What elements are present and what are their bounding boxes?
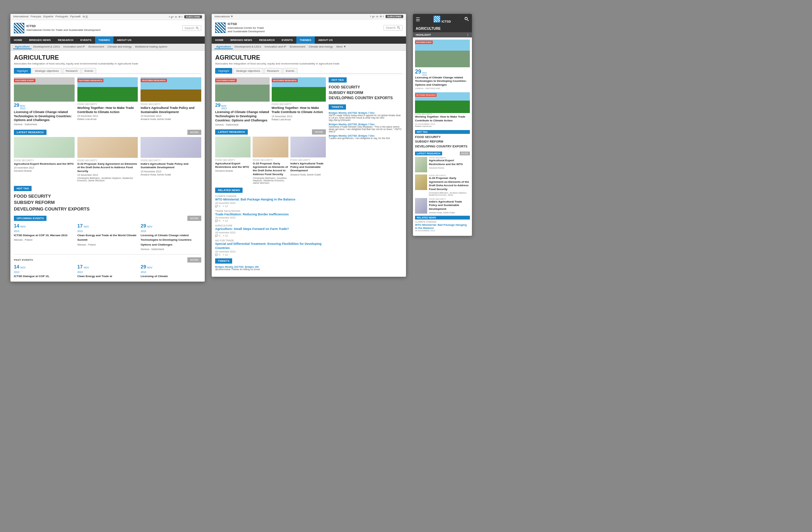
search-box[interactable]: Search <box>182 25 201 31</box>
lang-es[interactable]: Español <box>43 15 53 19</box>
med-tab-highlight[interactable]: Highlight <box>215 68 232 74</box>
med-tab-strategic[interactable]: Strategic objectives <box>233 68 263 74</box>
research-title-2[interactable]: G-33 Proposal: Early Agreement on Elemen… <box>77 162 138 173</box>
lang-ru[interactable]: Русский <box>70 15 81 19</box>
mobile-rn-title-1[interactable]: WTO Ministerial: Bali Package Hanging in… <box>415 223 470 230</box>
latest-research-more[interactable]: MORE <box>187 130 201 135</box>
subnav-innovation[interactable]: Innovation and IP <box>62 45 87 49</box>
med-googleplus-icon[interactable]: g+ <box>372 15 375 18</box>
medium-search-box[interactable]: Search <box>383 25 403 31</box>
nav-events[interactable]: EVENTS <box>77 36 95 44</box>
nav-home[interactable]: HOME <box>10 36 26 44</box>
med-subnav-innovation[interactable]: Innovation and IP <box>263 45 288 49</box>
event-title-2[interactable]: Clean Energy and Trade at the World Clim… <box>77 234 137 241</box>
nav-about[interactable]: ABOUT US <box>113 36 135 44</box>
med-subnav-environment[interactable]: Environment <box>288 45 307 49</box>
mobile-lr-title-3[interactable]: India's Agricultural Trade Policy and Su… <box>429 200 470 211</box>
med-tag-2[interactable]: SUBSIDY REFORM <box>329 90 403 95</box>
twitter-icon[interactable]: t <box>182 15 183 18</box>
past-events-more[interactable]: MORE <box>187 257 201 263</box>
subnav-multilateral[interactable]: Multilateral trading system <box>133 45 169 49</box>
mobile-lr-title-1[interactable]: Agricultural Export Restrictions and the… <box>429 159 470 166</box>
lang-intl[interactable]: International <box>13 15 28 19</box>
med-tweet-s-handle-3[interactable]: Bridges Weekly @ICTSD_Bridges 7 Dec <box>329 135 374 137</box>
lang-pt[interactable]: Português <box>56 15 68 19</box>
upcoming-more[interactable]: MORE <box>187 216 201 221</box>
med-twitter-icon[interactable]: t <box>383 15 384 18</box>
event-title-3[interactable]: Licensing of Climate Change related Tech… <box>141 234 192 246</box>
intl-dropdown[interactable]: International ▼ <box>214 15 233 18</box>
research-title-3[interactable]: India's Agricultural Trade Policy and Su… <box>141 162 201 170</box>
med-res-title-3[interactable]: India's Agricultural Trade Policy and Su… <box>290 162 326 173</box>
med-tag-1[interactable]: FOOD SECURITY <box>329 85 403 90</box>
card-title-2[interactable]: Working Together: How to Make Trade Cont… <box>77 106 138 114</box>
past-event-title-3[interactable]: Licensing of Climate <box>141 275 168 278</box>
past-event-title-2[interactable]: Clean Energy and Trade at <box>77 275 112 278</box>
med-nav-home[interactable]: HOME <box>212 36 227 44</box>
subnav-development[interactable]: Development & LDCs <box>32 45 62 49</box>
med-tab-events[interactable]: Events <box>283 68 297 74</box>
med-news-title-3[interactable]: Agriculture: Small Steps Forward on Farm… <box>215 227 326 231</box>
tab-strategic[interactable]: Strategic objectives <box>32 68 62 74</box>
mobile-tag-2[interactable]: SUBSIDY REFORM <box>415 139 470 144</box>
event-title-1[interactable]: ICTSD Dialogue at COP 19, Warsaw 2013 <box>14 234 67 237</box>
med-nav-about[interactable]: ABOUT US <box>315 36 336 44</box>
med-subnav-development[interactable]: Development & LDCs <box>233 45 263 49</box>
nav-research[interactable]: RESEARCH <box>54 36 77 44</box>
med-title-2[interactable]: Working Together: How to Make Trade Cont… <box>272 106 326 114</box>
med-tweet-s-handle-2[interactable]: Bridges Weekly @ICTSD_Bridges 7 Dec <box>329 123 374 126</box>
subnav-environment[interactable]: Environment <box>87 45 106 49</box>
med-lr-more[interactable]: MORE <box>312 129 326 135</box>
med-news-title-4[interactable]: Special and Differential Treatment: Ensu… <box>215 242 326 250</box>
hamburger-icon[interactable]: ☰ <box>416 17 420 22</box>
nav-themes[interactable]: THEMES <box>95 36 113 44</box>
subnav-agriculture[interactable]: Agriculture <box>13 45 32 49</box>
card-title-3[interactable]: India's Agricultural Trade Policy and Su… <box>141 106 201 114</box>
tab-research[interactable]: Research <box>63 68 81 74</box>
med-subscribe-button[interactable]: SUBSCRIBE <box>386 15 403 18</box>
mobile-search-icon[interactable] <box>464 17 469 23</box>
med-news-title-2[interactable]: Trade Facilitation: Reducing Border Inef… <box>215 213 326 217</box>
subnav-climate[interactable]: Climate and energy <box>106 45 133 49</box>
med-subnav-climate[interactable]: Climate and energy <box>307 45 335 49</box>
med-tweet-s-handle-1[interactable]: Bridges Weekly @ICTSD_Bridges 7 Dec <box>329 112 374 114</box>
mobile-tag-3[interactable]: DEVELOPING COUNTRY EXPORTS <box>415 144 470 149</box>
mobile-tag-1[interactable]: FOOD SECURITY <box>415 135 470 140</box>
research-title-1[interactable]: Agricultural Export Restrictions and the… <box>14 162 75 166</box>
hot-tag-2[interactable]: SUBSIDY REFORM <box>14 199 201 206</box>
mobile-res-title-1[interactable]: Working Together: How to Make Trade Cont… <box>415 115 470 122</box>
hot-tag-1[interactable]: FOOD SECURITY <box>14 193 201 199</box>
med-subnav-agriculture[interactable]: Agriculture <box>214 45 233 49</box>
mobile-lr-more[interactable]: MORE <box>460 152 470 155</box>
mobile-highlight-dots[interactable]: ⋮ <box>466 33 469 36</box>
med-nav-events[interactable]: EVENTS <box>278 36 296 44</box>
med-tag-3[interactable]: DEVELOPING COUNTRY EXPORTS <box>329 95 403 101</box>
med-nav-themes[interactable]: THEMES <box>296 36 315 44</box>
med-nav-bridges[interactable]: BRIDGES NEWS <box>227 36 256 44</box>
tab-highlight[interactable]: Highlight <box>14 68 31 74</box>
med-res-title-1[interactable]: Agricultural Export Restrictions and the… <box>215 162 251 169</box>
lang-zh[interactable]: 中文 <box>83 15 88 19</box>
facebook-icon[interactable]: f <box>169 15 170 18</box>
hot-tag-3[interactable]: DEVELOPING COUNTRY EXPORTS <box>14 206 201 212</box>
nav-bridges[interactable]: BRIDGES NEWS <box>26 36 54 44</box>
lang-fr[interactable]: Français <box>31 15 41 19</box>
med-tab-research[interactable]: Research <box>264 68 282 74</box>
subscribe-button[interactable]: SUBSCRIBE <box>184 15 202 18</box>
med-linkedin-icon[interactable]: in <box>376 15 378 18</box>
med-nav-research[interactable]: RESEARCH <box>256 36 278 44</box>
med-subnav-more[interactable]: More ▼ <box>335 45 348 49</box>
past-event-title-1[interactable]: ICTSD Dialogue at COP 19, <box>14 275 49 278</box>
med-rss-icon[interactable]: ⊛ <box>380 15 382 18</box>
med-title-1[interactable]: Licensing of Climate Change related Tech… <box>215 110 270 122</box>
rss-icon[interactable]: ⊛ <box>178 15 181 18</box>
mobile-lr-title-2[interactable]: G-33 Proposal: Early Agreement on Elemen… <box>429 177 470 191</box>
tab-events[interactable]: Events <box>82 68 96 74</box>
med-res-title-2[interactable]: G-33 Proposal: Early Agreement on Elemen… <box>253 162 288 177</box>
googleplus-icon[interactable]: g+ <box>171 15 174 18</box>
mobile-event-title[interactable]: Licensing of Climate Change related Tech… <box>415 76 470 87</box>
card-title-1[interactable]: Licensing of Climate Change related Tech… <box>14 110 75 122</box>
med-news-title-1[interactable]: WTO Ministerial: Bali Package Hanging in… <box>215 198 326 202</box>
med-facebook-icon[interactable]: f <box>370 15 371 18</box>
med-tweet-handle-1[interactable]: Bridges Weekly @ICTSD_Bridges 19h <box>215 266 259 268</box>
